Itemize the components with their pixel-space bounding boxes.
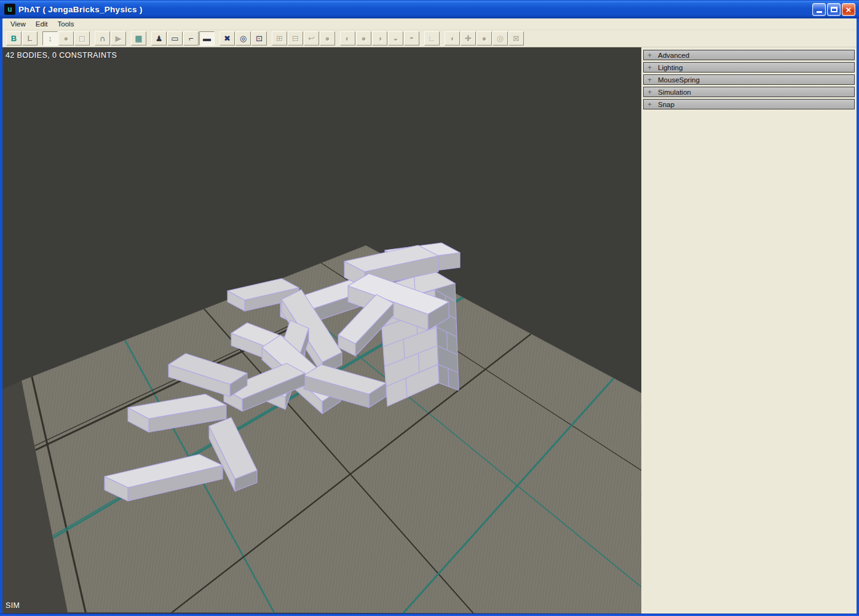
half-circle-left-icon: ◐ [346, 34, 350, 42]
angle-corner-button: ∟ [424, 31, 440, 45]
textured-square-icon: ▦ [135, 34, 142, 42]
curl-arrow-button: ↩ [304, 31, 319, 45]
crossed-box-icon: ⊠ [513, 34, 520, 42]
panel-section-label: Lighting [658, 64, 683, 71]
sim-mode-label: SIM [6, 601, 20, 610]
globe-button[interactable]: ◎ [236, 31, 251, 45]
cross-runner-icon: ✖ [224, 34, 231, 42]
circle-bottom-icon: ◒ [394, 34, 398, 42]
plus-cross-icon: ✚ [465, 34, 472, 42]
letter-l-icon: L [28, 34, 33, 42]
person-icon: ♟ [156, 34, 163, 42]
box-minus-button: ⊟ [288, 31, 303, 45]
expand-plus-icon[interactable]: + [647, 101, 652, 108]
panel-section-label: Snap [658, 101, 675, 108]
menu-bar: ViewEditTools [2, 18, 857, 30]
panel-section-lighting[interactable]: +Lighting [643, 62, 855, 73]
close-button[interactable]: × [842, 3, 855, 16]
camcorder-icon: ▶ [116, 34, 122, 42]
maximize-icon [831, 7, 837, 12]
panel-section-simulation[interactable]: +Simulation [643, 87, 855, 97]
titlebar[interactable]: u PhAT ( JengaBricks_Physics ) × [0, 0, 859, 18]
elbow-connector-button[interactable]: ⌐ [183, 31, 199, 45]
minimize-icon [817, 11, 822, 13]
panel-section-advanced[interactable]: +Advanced [643, 50, 855, 60]
person-button[interactable]: ♟ [151, 31, 167, 45]
textured-square-button[interactable]: ▦ [131, 31, 146, 45]
circle-top-button: ◓ [404, 31, 419, 45]
circle-top-icon: ◓ [410, 34, 414, 42]
expand-plus-icon[interactable]: + [647, 52, 652, 59]
box-minus-icon: ⊟ [292, 34, 299, 42]
box-plus-icon: ⊞ [276, 34, 283, 42]
ring-icon: ◎ [497, 34, 504, 42]
flat-bar-button[interactable]: ▬ [199, 31, 215, 45]
half-circle-left-button: ◐ [340, 31, 355, 45]
magnet-button[interactable]: ∩ [95, 31, 110, 45]
dot-blob-icon: ● [482, 34, 487, 42]
updown-arrows-icon: ↕ [48, 34, 52, 42]
half-circle-right-icon: ◑ [378, 34, 382, 42]
rectangle-button[interactable]: ▭ [167, 31, 183, 45]
rectangle-icon: ▭ [171, 34, 178, 42]
plus-cross-button: ✚ [461, 31, 476, 45]
panel-section-label: Simulation [658, 89, 691, 96]
circle-bottom-button: ◒ [388, 31, 403, 45]
panel-section-label: MouseSpring [658, 76, 700, 84]
expand-plus-icon[interactable]: + [647, 64, 652, 71]
toolbar: BL↕●◻∩▶▦♟▭⌐▬✖◎⊡⊞⊟↩●◐●◑◒◓∟◖✚●◎⊠ [2, 30, 857, 47]
sphere-blob-icon: ● [64, 34, 69, 42]
bodies-constraints-status: 42 BODIES, 0 CONSTRAINTS [6, 51, 117, 60]
magnet-icon: ∩ [100, 34, 105, 42]
viewport-3d[interactable]: 42 BODIES, 0 CONSTRAINTS SIM [2, 47, 641, 614]
letter-b-icon: B [11, 34, 17, 42]
half-circle-right-button: ◑ [372, 31, 387, 45]
corner-box-icon: ◻ [79, 34, 85, 42]
crossed-box-button: ⊠ [509, 31, 524, 45]
flat-bar-icon: ▬ [203, 34, 211, 42]
globe-icon: ◎ [240, 34, 247, 42]
filled-circle-icon: ● [362, 34, 366, 42]
corner-box-button: ◻ [74, 31, 90, 45]
box-plus-button: ⊞ [272, 31, 287, 45]
panel-section-snap[interactable]: +Snap [643, 99, 855, 109]
elbow-connector-icon: ⌐ [189, 34, 194, 42]
blob-button: ● [320, 31, 335, 45]
expand-plus-icon[interactable]: + [647, 76, 652, 84]
phat-window: u PhAT ( JengaBricks_Physics ) × ViewEdi… [0, 0, 859, 616]
expand-plus-icon[interactable]: + [647, 89, 652, 96]
window-title: PhAT ( JengaBricks_Physics ) [18, 5, 143, 14]
properties-panel: +Advanced+Lighting+MouseSpring+Simulatio… [641, 47, 857, 614]
panel-section-mousespring[interactable]: +MouseSpring [643, 74, 855, 85]
menu-item-tools[interactable]: Tools [53, 19, 79, 29]
curl-arrow-icon: ↩ [308, 34, 315, 42]
menu-item-view[interactable]: View [6, 19, 31, 29]
blob-icon: ● [325, 34, 330, 42]
square-target-button[interactable]: ⊡ [251, 31, 267, 45]
menu-item-edit[interactable]: Edit [31, 19, 53, 29]
filled-circle-button: ● [356, 31, 371, 45]
angle-corner-icon: ∟ [428, 34, 436, 42]
maximize-button[interactable] [827, 3, 841, 16]
half-disc-icon: ◖ [450, 34, 455, 42]
square-target-icon: ⊡ [256, 34, 263, 42]
letter-b-button[interactable]: B [6, 31, 22, 45]
sphere-blob-button: ● [58, 31, 74, 45]
panel-section-label: Advanced [658, 52, 689, 59]
camcorder-button: ▶ [111, 31, 126, 45]
close-icon: × [846, 5, 852, 14]
dot-blob-button: ● [477, 31, 492, 45]
minimize-button[interactable] [812, 3, 826, 16]
updown-arrows-button[interactable]: ↕ [42, 31, 58, 45]
letter-l-button: L [22, 31, 38, 45]
unreal-u-logo-icon: u [4, 4, 15, 15]
cross-runner-button[interactable]: ✖ [220, 31, 235, 45]
window-bottom-border [0, 614, 859, 616]
ring-button: ◎ [493, 31, 508, 45]
half-disc-button: ◖ [445, 31, 460, 45]
